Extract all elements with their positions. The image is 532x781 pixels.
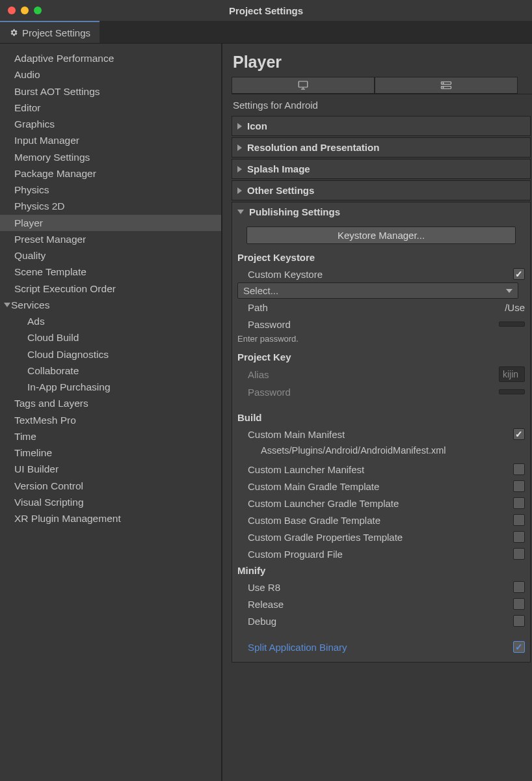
- sidebar-item-collaborate[interactable]: Collaborate: [0, 363, 221, 379]
- section-resolution: Resolution and Presentation: [232, 137, 531, 158]
- keystore-manager-button[interactable]: Keystore Manager...: [246, 226, 516, 244]
- keystore-select-dropdown[interactable]: Select...: [237, 282, 518, 299]
- section-label: Resolution and Presentation: [247, 142, 379, 153]
- split-binary-label[interactable]: Split Application Binary: [248, 642, 513, 653]
- sidebar-item-input-manager[interactable]: Input Manager: [0, 132, 221, 148]
- keystore-path-label: Path: [248, 302, 505, 313]
- sidebar-item-burst-aot[interactable]: Burst AOT Settings: [0, 83, 221, 100]
- key-password-input[interactable]: [499, 389, 525, 394]
- section-label: Splash Image: [247, 163, 310, 174]
- group-build: Build: [235, 409, 527, 426]
- sidebar-item-audio[interactable]: Audio: [0, 66, 221, 83]
- chevron-down-icon: [237, 210, 244, 214]
- window-title: Project Settings: [229, 5, 303, 16]
- tab-label: Project Settings: [22, 27, 90, 38]
- custom-main-gradle-label: Custom Main Gradle Template: [248, 481, 513, 492]
- sidebar-item-timeline[interactable]: Timeline: [0, 445, 221, 461]
- debug-checkbox[interactable]: [513, 615, 525, 627]
- titlebar: Project Settings: [0, 0, 532, 21]
- alias-input[interactable]: kijin: [499, 366, 525, 382]
- section-icon: Icon: [232, 116, 531, 136]
- custom-main-manifest-checkbox[interactable]: [513, 428, 525, 440]
- custom-main-manifest-label: Custom Main Manifest: [248, 429, 513, 440]
- section-header-other[interactable]: Other Settings: [232, 181, 530, 200]
- custom-gradle-properties-label: Custom Gradle Properties Template: [248, 532, 513, 543]
- svg-point-6: [443, 87, 444, 88]
- split-binary-checkbox[interactable]: [513, 641, 525, 653]
- sidebar-item-textmesh-pro[interactable]: TextMesh Pro: [0, 412, 221, 428]
- sidebar-item-tags-layers[interactable]: Tags and Layers: [0, 395, 221, 411]
- svg-point-5: [443, 83, 444, 83]
- settings-for-label: Settings for Android: [222, 94, 532, 116]
- chevron-right-icon: [237, 166, 242, 172]
- section-publishing: Publishing Settings Keystore Manager... …: [232, 202, 531, 663]
- section-header-publishing[interactable]: Publishing Settings: [232, 202, 530, 221]
- custom-launcher-gradle-label: Custom Launcher Gradle Template: [248, 498, 513, 509]
- sidebar-item-adaptive-performance[interactable]: Adaptive Performance: [0, 50, 221, 66]
- section-header-splash[interactable]: Splash Image: [232, 159, 530, 178]
- sidebar-item-xr-plugin[interactable]: XR Plugin Management: [0, 510, 221, 527]
- key-password-label: Password: [248, 387, 499, 398]
- chevron-down-icon: [4, 303, 10, 307]
- sidebar-item-editor[interactable]: Editor: [0, 100, 221, 116]
- traffic-lights: [8, 7, 42, 14]
- sidebar-item-player[interactable]: Player: [0, 215, 221, 231]
- sidebar-item-visual-scripting[interactable]: Visual Scripting: [0, 494, 221, 510]
- custom-keystore-label: Custom Keystore: [248, 269, 513, 280]
- section-header-icon[interactable]: Icon: [232, 116, 530, 135]
- sidebar-group-services[interactable]: Services: [0, 297, 221, 313]
- server-icon: [440, 81, 452, 90]
- chevron-down-icon: [506, 289, 512, 293]
- sidebar-group-label: Services: [11, 297, 49, 312]
- sidebar-item-iap[interactable]: In-App Purchasing: [0, 379, 221, 395]
- custom-proguard-checkbox[interactable]: [513, 548, 525, 560]
- sidebar-item-quality[interactable]: Quality: [0, 247, 221, 264]
- dropdown-value: Select...: [243, 285, 278, 296]
- custom-keystore-checkbox[interactable]: [513, 268, 525, 280]
- sidebar-item-physics[interactable]: Physics: [0, 182, 221, 198]
- section-label: Publishing Settings: [249, 206, 340, 217]
- main-panel: Player Settings for Android Icon Resolut…: [222, 44, 532, 781]
- sidebar-item-graphics[interactable]: Graphics: [0, 116, 221, 132]
- use-r8-checkbox[interactable]: [513, 581, 525, 593]
- custom-launcher-gradle-checkbox[interactable]: [513, 497, 525, 509]
- sidebar-item-preset-manager[interactable]: Preset Manager: [0, 231, 221, 247]
- monitor-icon: [297, 80, 309, 90]
- minimize-window-button[interactable]: [21, 7, 29, 14]
- section-label: Other Settings: [247, 185, 314, 196]
- custom-main-gradle-checkbox[interactable]: [513, 480, 525, 492]
- svg-rect-0: [299, 81, 308, 87]
- chevron-right-icon: [237, 144, 242, 151]
- custom-proguard-label: Custom Proguard File: [248, 549, 513, 560]
- keystore-password-label: Password: [248, 319, 499, 330]
- sidebar-item-cloud-build[interactable]: Cloud Build: [0, 329, 221, 346]
- close-window-button[interactable]: [8, 7, 16, 14]
- sidebar-item-cloud-diagnostics[interactable]: Cloud Diagnostics: [0, 346, 221, 363]
- sidebar-item-ui-builder[interactable]: UI Builder: [0, 461, 221, 477]
- keystore-password-input[interactable]: [499, 322, 525, 327]
- release-checkbox[interactable]: [513, 598, 525, 610]
- sidebar: Adaptive Performance Audio Burst AOT Set…: [0, 44, 222, 781]
- platform-tab-dedicated[interactable]: [375, 77, 518, 94]
- platform-tab-standalone[interactable]: [232, 77, 375, 94]
- tab-project-settings[interactable]: Project Settings: [0, 21, 100, 43]
- chevron-right-icon: [237, 187, 242, 194]
- sidebar-item-package-manager[interactable]: Package Manager: [0, 165, 221, 182]
- keystore-path-value: /Use: [505, 302, 525, 313]
- maximize-window-button[interactable]: [34, 7, 42, 14]
- custom-launcher-manifest-checkbox[interactable]: [513, 463, 525, 475]
- sidebar-item-script-execution-order[interactable]: Script Execution Order: [0, 281, 221, 297]
- sidebar-item-scene-template[interactable]: Scene Template: [0, 264, 221, 280]
- enter-password-info: Enter password.: [235, 333, 527, 349]
- group-project-keystore: Project Keystore: [235, 249, 527, 266]
- gear-icon: [9, 28, 18, 37]
- sidebar-item-memory-settings[interactable]: Memory Settings: [0, 149, 221, 165]
- platform-tabs: [232, 77, 532, 94]
- sidebar-item-physics-2d[interactable]: Physics 2D: [0, 198, 221, 214]
- sidebar-item-version-control[interactable]: Version Control: [0, 478, 221, 494]
- custom-base-gradle-checkbox[interactable]: [513, 514, 525, 526]
- custom-gradle-properties-checkbox[interactable]: [513, 531, 525, 543]
- sidebar-item-time[interactable]: Time: [0, 428, 221, 445]
- sidebar-item-ads[interactable]: Ads: [0, 313, 221, 329]
- section-header-resolution[interactable]: Resolution and Presentation: [232, 138, 530, 157]
